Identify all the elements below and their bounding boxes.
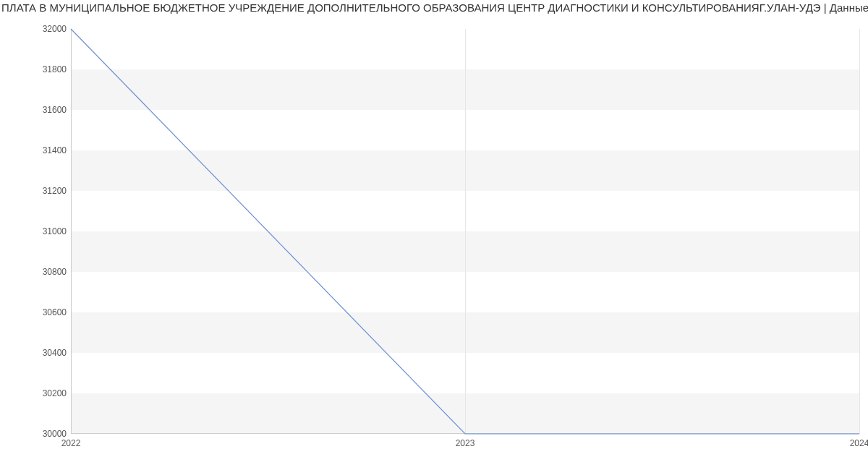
y-tick-label: 30000 [9,429,67,439]
x-tick-label: 2023 [456,438,475,448]
plot-area [71,29,859,434]
y-tick-label: 30400 [9,348,67,358]
y-tick-label: 31000 [9,226,67,236]
y-tick-label: 31400 [9,145,67,155]
chart-title: ПЛАТА В МУНИЦИПАЛЬНОЕ БЮДЖЕТНОЕ УЧРЕЖДЕН… [0,1,868,14]
y-tick-label: 31800 [9,64,67,74]
x-tick-label: 2024 [850,438,868,448]
line-series [71,29,859,434]
y-tick-label: 31200 [9,186,67,196]
y-tick-label: 30800 [9,267,67,277]
y-tick-label: 32000 [9,24,67,34]
vertical-gridline [859,29,860,434]
y-tick-label: 30600 [9,307,67,317]
chart-container: ПЛАТА В МУНИЦИПАЛЬНОЕ БЮДЖЕТНОЕ УЧРЕЖДЕН… [0,0,868,470]
y-tick-label: 31600 [9,105,67,115]
x-tick-label: 2022 [61,438,81,448]
y-tick-label: 30200 [9,388,67,398]
